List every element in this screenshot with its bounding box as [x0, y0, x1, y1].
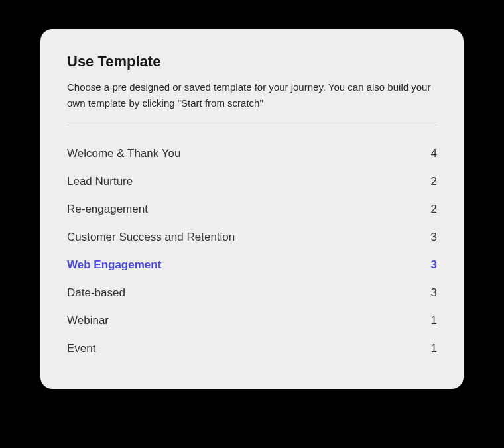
- category-label: Web Engagement: [67, 258, 161, 272]
- category-label: Re-engagement: [67, 203, 148, 216]
- category-label: Webinar: [67, 314, 109, 327]
- category-count: 3: [431, 286, 437, 300]
- category-label: Customer Success and Retention: [67, 231, 235, 244]
- divider: [67, 125, 437, 125]
- template-modal: Use Template Choose a pre designed or sa…: [40, 29, 464, 389]
- category-count: 3: [431, 258, 437, 272]
- modal-title: Use Template: [67, 53, 437, 70]
- category-count: 3: [431, 231, 437, 244]
- category-item-re-engagement[interactable]: Re-engagement 2: [67, 196, 437, 223]
- category-label: Welcome & Thank You: [67, 147, 180, 160]
- category-label: Lead Nurture: [67, 175, 133, 188]
- category-item-date-based[interactable]: Date-based 3: [67, 279, 437, 307]
- category-count: 1: [431, 314, 437, 327]
- category-count: 2: [431, 175, 437, 188]
- category-label: Date-based: [67, 286, 125, 300]
- category-item-event[interactable]: Event 1: [67, 335, 437, 363]
- category-count: 4: [431, 147, 437, 160]
- category-item-lead-nurture[interactable]: Lead Nurture 2: [67, 168, 437, 196]
- category-item-web-engagement[interactable]: Web Engagement 3: [67, 251, 437, 279]
- category-count: 2: [431, 203, 437, 216]
- category-count: 1: [431, 342, 437, 355]
- category-list: Welcome & Thank You 4 Lead Nurture 2 Re-…: [67, 140, 437, 363]
- modal-description: Choose a pre designed or saved template …: [67, 80, 437, 111]
- category-label: Event: [67, 342, 95, 355]
- category-item-welcome[interactable]: Welcome & Thank You 4: [67, 140, 437, 168]
- category-item-webinar[interactable]: Webinar 1: [67, 307, 437, 335]
- category-item-customer-success[interactable]: Customer Success and Retention 3: [67, 223, 437, 251]
